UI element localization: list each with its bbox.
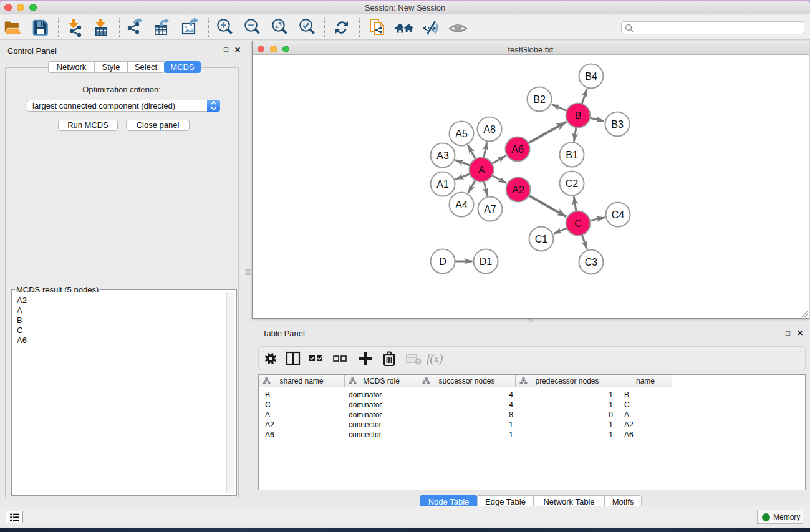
svg-text:A2: A2 (512, 185, 524, 195)
svg-text:A7: A7 (484, 204, 496, 215)
svg-text:C4: C4 (612, 210, 625, 220)
svg-text:B1: B1 (566, 150, 578, 160)
svg-text:A1: A1 (436, 179, 449, 190)
svg-text:A8: A8 (483, 124, 496, 135)
svg-text:C3: C3 (585, 257, 598, 268)
svg-text:B4: B4 (585, 71, 597, 82)
svg-text:B2: B2 (533, 94, 546, 105)
svg-text:f(x): f(x) (427, 352, 443, 365)
svg-text:D1: D1 (480, 256, 493, 267)
svg-text:C2: C2 (566, 178, 579, 189)
svg-text:A6: A6 (511, 144, 524, 155)
svg-text:D: D (439, 256, 446, 267)
svg-text:B3: B3 (611, 119, 624, 130)
svg-text:A4: A4 (455, 200, 468, 210)
svg-text:C1: C1 (535, 234, 548, 244)
svg-text:B: B (575, 110, 582, 121)
svg-text:C: C (574, 218, 582, 229)
svg-text:A3: A3 (436, 150, 449, 161)
svg-text:A: A (478, 165, 485, 175)
svg-text:A5: A5 (455, 128, 468, 139)
